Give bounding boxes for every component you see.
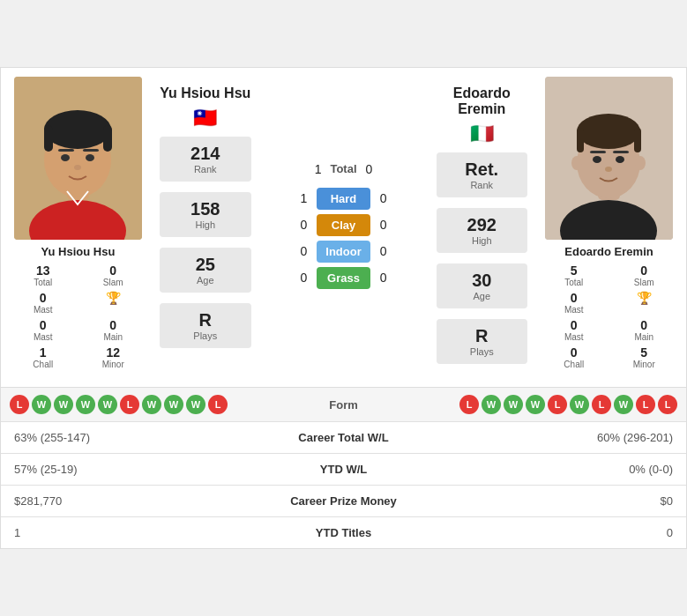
right-form: LWWWLWLWLL <box>401 395 678 414</box>
left-total-cell: 13 Total <box>8 262 78 289</box>
center-column: 1 Total 0 1 Hard 0 0 Clay 0 0 Indoor 0 0… <box>256 77 432 378</box>
total-row: 1 Total 0 <box>260 162 428 176</box>
left-plays-box: R Plays <box>160 303 251 348</box>
surface-badge-2: Indoor <box>317 241 370 263</box>
form-badge-right-form-6: L <box>592 395 611 414</box>
svg-rect-22 <box>613 151 629 153</box>
right-high-box: 292 High <box>437 208 528 253</box>
svg-rect-10 <box>83 149 99 152</box>
stats-left-1: 57% (25-19) <box>1 454 209 486</box>
right-slam-value: 0 <box>613 263 676 278</box>
form-badge-right-form-3: W <box>526 395 545 414</box>
right-plays-value: R <box>454 326 511 346</box>
form-badge-right-form-4: L <box>548 395 567 414</box>
total-score-left: 1 <box>315 162 322 176</box>
form-badge-left-form-8: W <box>186 395 205 414</box>
stats-right-0: 60% (296-201) <box>478 422 686 454</box>
svg-point-11 <box>74 165 81 170</box>
left-plays-value: R <box>177 310 234 330</box>
total-score-right: 0 <box>366 162 373 176</box>
left-trophy-icon: 🏆 <box>82 291 146 305</box>
left-chall-label: Chall <box>11 360 75 369</box>
form-section: LWWWWLWWWL Form LWWWLWLWLL <box>1 387 686 421</box>
right-main-value: 0 <box>613 318 676 332</box>
left-mast2-cell: 0 Mast <box>8 316 78 344</box>
right-minor-label: Minor <box>613 360 676 369</box>
right-trophy-cell: 🏆 <box>609 289 680 316</box>
left-player-photo <box>14 77 142 240</box>
svg-rect-21 <box>590 151 606 153</box>
surface-score-right-3: 0 <box>370 271 397 285</box>
form-badge-right-form-2: W <box>504 395 523 414</box>
right-player-card: Edoardo Eremin 5 Total 0 Slam 0 Mast 🏆 <box>532 77 686 378</box>
stats-row-1: 57% (25-19) YTD W/L 0% (0-0) <box>1 454 686 486</box>
right-total-cell: 5 Total <box>539 262 609 289</box>
stats-row-2: $281,770 Career Prize Money $0 <box>1 486 686 517</box>
stats-left-2: $281,770 <box>1 486 209 517</box>
left-player-name: Yu Hsiou Hsu <box>41 245 116 258</box>
left-rank-label: Rank <box>177 164 234 174</box>
form-badge-right-form-0: L <box>459 395 479 414</box>
form-badge-left-form-6: W <box>142 395 161 414</box>
form-label: Form <box>287 398 401 412</box>
surface-badge-1: Clay <box>317 214 370 236</box>
left-age-value: 25 <box>177 255 234 275</box>
form-badge-left-form-1: W <box>32 395 51 414</box>
left-mast-value: 0 <box>11 291 75 305</box>
stats-right-3: 0 <box>478 517 686 549</box>
right-middle-panel: Edoardo Eremin 🇮🇹 Ret. Rank 292 High 30 … <box>432 77 533 378</box>
surface-badge-0: Hard <box>317 188 370 210</box>
form-badge-left-form-3: W <box>76 395 95 414</box>
left-minor-value: 12 <box>82 345 146 360</box>
left-name-top: Yu Hsiou Hsu <box>160 85 250 101</box>
surface-score-right-2: 0 <box>370 244 397 258</box>
right-mast-cell: 0 Mast <box>539 289 609 316</box>
stats-right-2: $0 <box>478 486 686 517</box>
left-slam-label: Slam <box>82 278 146 287</box>
form-badge-right-form-1: W <box>482 395 501 414</box>
svg-rect-6 <box>103 125 112 152</box>
right-minor-cell: 5 Minor <box>609 344 680 371</box>
left-chall-cell: 1 Chall <box>8 344 78 371</box>
right-main-label: Main <box>613 332 676 342</box>
right-high-value: 292 <box>454 215 511 235</box>
left-high-box: 158 High <box>160 192 251 237</box>
left-main-value: 0 <box>82 318 146 332</box>
right-chall-cell: 0 Chall <box>539 344 609 371</box>
form-badge-left-form-7: W <box>164 395 183 414</box>
left-flag: 🇹🇼 <box>193 107 217 130</box>
stats-left-3: 1 <box>1 517 209 549</box>
right-rank-label: Rank <box>454 180 511 190</box>
stats-center-1: YTD W/L <box>209 454 479 486</box>
right-minor-value: 5 <box>613 345 676 360</box>
svg-point-8 <box>86 154 94 161</box>
right-stats-grid: 5 Total 0 Slam 0 Mast 🏆 0 Mast <box>532 258 686 375</box>
left-total-value: 13 <box>11 263 75 278</box>
left-age-label: Age <box>177 275 234 286</box>
stats-row-0: 63% (255-147) Career Total W/L 60% (296-… <box>1 422 686 454</box>
svg-point-4 <box>44 110 111 149</box>
left-rank-box: 214 Rank <box>160 137 251 182</box>
left-mast-cell: 0 Mast <box>8 289 78 316</box>
surface-row-2: 0 Indoor 0 <box>290 241 396 263</box>
svg-point-23 <box>605 167 612 172</box>
right-slam-cell: 0 Slam <box>609 262 680 289</box>
svg-point-16 <box>577 114 640 149</box>
right-rank-box: Ret. Rank <box>437 152 528 197</box>
left-total-label: Total <box>11 278 75 287</box>
svg-point-20 <box>616 156 624 163</box>
left-trophy-cell: 🏆 <box>78 289 149 316</box>
svg-rect-18 <box>634 128 641 152</box>
form-badge-left-form-0: L <box>10 395 29 414</box>
right-chall-label: Chall <box>542 360 606 369</box>
stats-center-0: Career Total W/L <box>209 422 479 454</box>
svg-point-25 <box>635 156 646 170</box>
left-mast-label: Mast <box>11 305 75 315</box>
surface-row-3: 0 Grass 0 <box>290 267 396 289</box>
top-section: Yu Hsiou Hsu 13 Total 0 Slam 0 Mast 🏆 <box>1 68 686 387</box>
surface-rows: 1 Hard 0 0 Clay 0 0 Indoor 0 0 Grass 0 <box>290 183 396 293</box>
svg-point-7 <box>61 154 70 161</box>
stats-left-0: 63% (255-147) <box>1 422 209 454</box>
left-main-cell: 0 Main <box>78 316 149 344</box>
right-plays-label: Plays <box>454 346 511 357</box>
